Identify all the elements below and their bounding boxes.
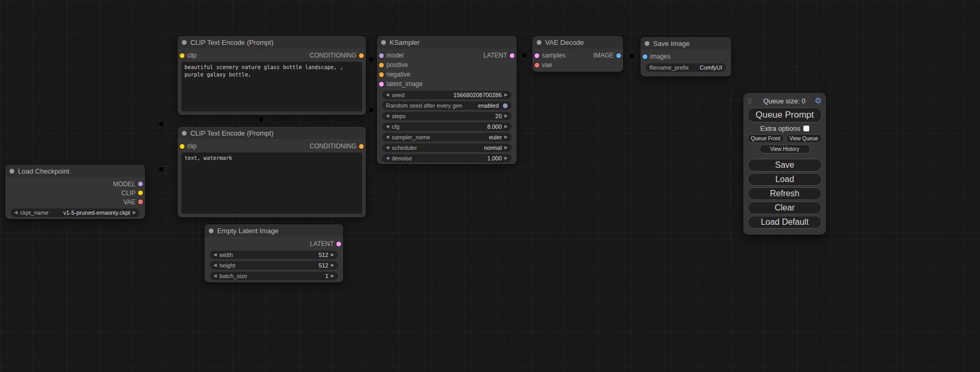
load-default-button[interactable]: Load Default: [748, 216, 822, 228]
output-port-latent[interactable]: LATENT: [310, 240, 341, 247]
decrement-icon[interactable]: ◀: [214, 253, 217, 257]
toggle-dot-icon[interactable]: [503, 103, 508, 108]
input-port-clip[interactable]: clip: [180, 142, 197, 150]
collapse-dot[interactable]: [537, 40, 541, 45]
widget-ckpt-name[interactable]: ◀ ckpt_name v1-5-pruned-emaonly.ckpt ▶: [11, 208, 140, 217]
output-port-conditioning[interactable]: CONDITIONING: [309, 52, 364, 59]
positive-prompt-textarea[interactable]: beautiful scenery nature glass bottle la…: [181, 62, 362, 111]
widget-width[interactable]: ◀ width 512 ▶: [210, 251, 338, 259]
clip-port-dot[interactable]: [180, 144, 185, 149]
node-save-image[interactable]: Save Image images filename_prefix ComfyU…: [641, 37, 731, 77]
increment-icon[interactable]: ▶: [504, 125, 508, 129]
node-ksampler-titlebar[interactable]: KSampler: [377, 36, 517, 49]
extra-options-checkbox[interactable]: [803, 126, 809, 131]
collapse-dot[interactable]: [381, 40, 386, 45]
view-queue-button[interactable]: View Queue: [786, 134, 822, 143]
node-ksampler[interactable]: KSampler model LATENT positive: [377, 36, 517, 164]
drag-handle-icon[interactable]: ⣿: [748, 98, 752, 104]
queue-prompt-button[interactable]: Queue Prompt: [748, 108, 822, 122]
conditioning-port-dot[interactable]: [379, 72, 384, 77]
settings-gear-icon[interactable]: ⚙: [815, 96, 822, 106]
clear-button[interactable]: Clear: [748, 202, 822, 214]
widget-steps[interactable]: ◀ steps 20 ▶: [382, 112, 511, 120]
input-port-positive[interactable]: positive: [379, 61, 408, 69]
input-port-negative[interactable]: negative: [379, 71, 410, 78]
node-graph-canvas[interactable]: Load Checkpoint MODEL CLIP VAE: [0, 0, 980, 372]
widget-cfg[interactable]: ◀ cfg 8.000 ▶: [382, 122, 511, 131]
node-vae-decode[interactable]: VAE Decode samples IMAGE vae: [532, 36, 623, 72]
collapse-dot[interactable]: [645, 41, 649, 46]
load-button[interactable]: Load: [748, 173, 822, 186]
view-history-button[interactable]: View History: [760, 145, 810, 154]
output-port-clip[interactable]: CLIP: [121, 189, 143, 197]
node-load-checkpoint-titlebar[interactable]: Load Checkpoint: [5, 165, 145, 177]
collapse-dot[interactable]: [9, 169, 14, 174]
node-clip-text-encode-positive[interactable]: CLIP Text Encode (Prompt) clip CONDITION…: [178, 36, 366, 115]
widget-sampler-name[interactable]: ◀ sampler_name euler ▶: [382, 133, 511, 141]
node-empty-latent-titlebar[interactable]: Empty Latent Image: [205, 224, 343, 237]
widget-denoise[interactable]: ◀ denoise 1.000 ▶: [382, 154, 511, 163]
widget-control-after-generate[interactable]: Random seed after every gen enabled: [382, 101, 511, 110]
negative-prompt-textarea[interactable]: text, watermark: [181, 152, 362, 214]
clip-port-dot[interactable]: [180, 53, 185, 58]
increment-icon[interactable]: ▶: [133, 211, 136, 215]
node-clip-positive-titlebar[interactable]: CLIP Text Encode (Prompt): [178, 36, 366, 49]
collapse-dot[interactable]: [182, 131, 187, 136]
input-port-samples[interactable]: samples: [535, 52, 566, 59]
widget-seed[interactable]: ◀ seed 156680208700286 ▶: [382, 91, 511, 99]
queue-front-button[interactable]: Queue Front: [748, 134, 784, 143]
node-clip-text-encode-negative[interactable]: CLIP Text Encode (Prompt) clip CONDITION…: [178, 127, 366, 217]
decrement-icon[interactable]: ◀: [386, 135, 389, 139]
increment-icon[interactable]: ▶: [331, 274, 334, 278]
output-port-image[interactable]: IMAGE: [593, 52, 621, 59]
increment-icon[interactable]: ▶: [504, 135, 508, 139]
widget-scheduler[interactable]: ◀ scheduler normal ▶: [382, 144, 511, 152]
latent-port-dot[interactable]: [336, 242, 341, 246]
widget-height[interactable]: ◀ height 512 ▶: [210, 261, 338, 270]
clip-port-dot[interactable]: [138, 190, 143, 195]
decrement-icon[interactable]: ◀: [386, 156, 389, 160]
decrement-icon[interactable]: ◀: [386, 93, 389, 97]
decrement-icon[interactable]: ◀: [386, 125, 389, 129]
node-empty-latent-image[interactable]: Empty Latent Image LATENT ◀ width 512 ▶ …: [205, 224, 343, 282]
latent-port-dot[interactable]: [535, 53, 539, 58]
vae-port-dot[interactable]: [535, 63, 539, 68]
latent-port-dot[interactable]: [510, 53, 515, 58]
conditioning-port-dot[interactable]: [379, 63, 384, 68]
image-port-dot[interactable]: [643, 54, 647, 59]
node-clip-negative-titlebar[interactable]: CLIP Text Encode (Prompt): [178, 127, 366, 139]
increment-icon[interactable]: ▶: [504, 156, 508, 160]
conditioning-port-dot[interactable]: [359, 53, 364, 58]
node-vae-decode-titlebar[interactable]: VAE Decode: [532, 36, 623, 49]
collapse-dot[interactable]: [209, 228, 214, 233]
input-port-clip[interactable]: clip: [180, 52, 197, 59]
input-port-images[interactable]: images: [643, 53, 671, 60]
image-port-dot[interactable]: [616, 53, 621, 58]
save-button[interactable]: Save: [748, 159, 822, 171]
vae-port-dot[interactable]: [138, 199, 143, 204]
decrement-icon[interactable]: ◀: [386, 146, 389, 150]
increment-icon[interactable]: ▶: [504, 93, 508, 97]
increment-icon[interactable]: ▶: [331, 263, 334, 268]
input-port-vae[interactable]: vae: [535, 61, 552, 69]
decrement-icon[interactable]: ◀: [214, 263, 217, 268]
decrement-icon[interactable]: ◀: [214, 274, 217, 278]
refresh-button[interactable]: Refresh: [748, 187, 822, 200]
output-port-latent[interactable]: LATENT: [483, 52, 515, 59]
model-port-dot[interactable]: [379, 53, 384, 58]
increment-icon[interactable]: ▶: [504, 146, 508, 150]
decrement-icon[interactable]: ◀: [14, 211, 17, 215]
node-save-image-titlebar[interactable]: Save Image: [641, 37, 731, 50]
decrement-icon[interactable]: ◀: [386, 114, 389, 118]
conditioning-port-dot[interactable]: [359, 144, 364, 149]
collapse-dot[interactable]: [182, 40, 187, 45]
input-port-latent-image[interactable]: latent_image: [379, 80, 423, 88]
latent-port-dot[interactable]: [379, 82, 384, 87]
widget-batch-size[interactable]: ◀ batch_size 1 ▶: [210, 272, 338, 280]
node-load-checkpoint[interactable]: Load Checkpoint MODEL CLIP VAE: [5, 165, 145, 219]
output-port-model[interactable]: MODEL: [113, 180, 143, 188]
output-port-vae[interactable]: VAE: [123, 198, 143, 206]
increment-icon[interactable]: ▶: [331, 253, 334, 257]
increment-icon[interactable]: ▶: [504, 114, 508, 118]
model-port-dot[interactable]: [138, 182, 143, 186]
